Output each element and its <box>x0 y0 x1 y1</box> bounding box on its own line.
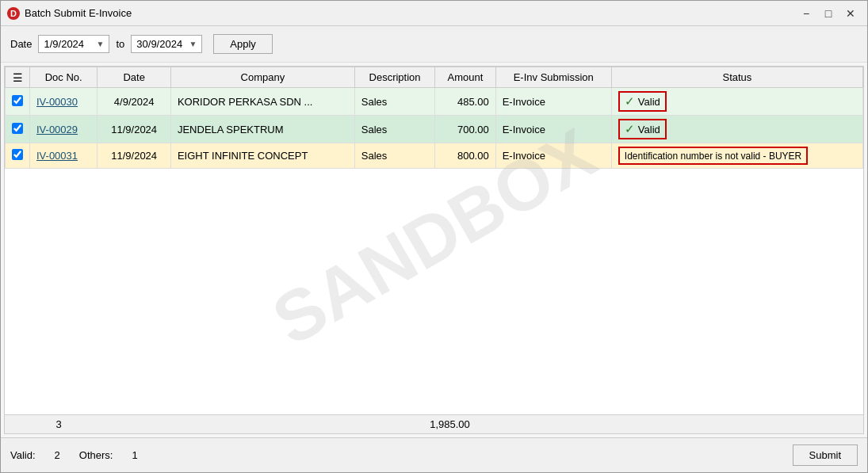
valid-check-icon: ✓ <box>625 94 635 109</box>
row-date: 4/9/2024 <box>98 88 171 116</box>
date-from-dropdown[interactable]: 1/9/2024 ▼ <box>38 35 109 53</box>
table-row: IV-0003111/9/2024EIGHT INFINITE CONCEPTS… <box>6 143 863 169</box>
status-valid-wrapper: ✓Valid <box>618 91 667 112</box>
row-description: Sales <box>354 143 434 169</box>
status-bar: Valid: 2 Others: 1 Submit <box>1 437 867 472</box>
row-checkbox[interactable] <box>12 95 23 106</box>
row-description: Sales <box>354 88 434 116</box>
valid-label: Valid: <box>10 449 36 461</box>
status-invalid-text: Identification number is not valid - BUY… <box>625 151 801 162</box>
status-text: Valid <box>638 124 660 135</box>
close-button[interactable]: ✕ <box>840 5 861 22</box>
col-company-header: Company <box>170 67 354 88</box>
col-amount-header: Amount <box>435 67 495 88</box>
main-content: ☰ Doc No. Date Company Description Amoun… <box>4 66 864 434</box>
row-doc-no: IV-00031 <box>30 143 98 169</box>
status-valid-wrapper: ✓Valid <box>618 119 667 139</box>
row-checkbox[interactable] <box>12 123 23 134</box>
minimize-button[interactable]: − <box>796 5 816 22</box>
others-count: 1 <box>132 449 137 461</box>
row-description: Sales <box>354 116 434 143</box>
table-row: IV-0002911/9/2024JENDELA SPEKTRUMSales70… <box>6 116 863 143</box>
submit-button[interactable]: Submit <box>793 444 858 466</box>
others-label: Others: <box>79 449 113 461</box>
status-text: Valid <box>638 96 660 108</box>
row-status: Identification number is not valid - BUY… <box>611 143 862 169</box>
row-company: JENDELA SPEKTRUM <box>170 116 354 143</box>
row-amount: 800.00 <box>435 143 495 169</box>
row-amount: 700.00 <box>435 116 495 143</box>
row-company: EIGHT INFINITE CONCEPT <box>170 143 354 169</box>
column-menu-icon[interactable]: ☰ <box>13 71 23 84</box>
row-company: KORIDOR PERKASA SDN ... <box>170 88 354 116</box>
row-status: ✓Valid <box>611 88 862 116</box>
row-amount: 485.00 <box>435 88 495 116</box>
row-einv-submission: E-Invoice <box>495 88 611 116</box>
row-checkbox-cell <box>6 116 30 143</box>
footer-amount: 1,985.00 <box>106 418 857 430</box>
col-status-header: Status <box>611 67 862 88</box>
row-checkbox-cell <box>6 143 30 169</box>
col-select-header: ☰ <box>6 67 30 88</box>
maximize-button[interactable]: □ <box>818 5 839 22</box>
footer-count: 3 <box>11 418 106 430</box>
date-to-label: to <box>116 38 124 50</box>
col-einv-submission-header: E-Inv Submission <box>495 67 611 88</box>
row-doc-no: IV-00029 <box>30 116 98 143</box>
row-checkbox-cell <box>6 88 30 116</box>
row-einv-submission: E-Invoice <box>495 143 611 169</box>
row-doc-no: IV-00030 <box>30 88 98 116</box>
toolbar: Date 1/9/2024 ▼ to 30/9/2024 ▼ Apply <box>1 26 867 63</box>
date-to-dropdown[interactable]: 30/9/2024 ▼ <box>131 35 202 53</box>
status-invalid-wrapper: Identification number is not valid - BUY… <box>618 147 808 165</box>
apply-button[interactable]: Apply <box>213 34 273 54</box>
row-date: 11/9/2024 <box>98 143 171 169</box>
row-einv-submission: E-Invoice <box>495 116 611 143</box>
row-status: ✓Valid <box>611 116 862 143</box>
row-date: 11/9/2024 <box>98 116 171 143</box>
row-checkbox[interactable] <box>12 149 23 160</box>
col-description-header: Description <box>354 67 434 88</box>
date-label: Date <box>10 38 32 50</box>
table-footer: 3 1,985.00 <box>5 414 863 433</box>
data-table: ☰ Doc No. Date Company Description Amoun… <box>5 67 863 169</box>
table-row: IV-000304/9/2024KORIDOR PERKASA SDN ...S… <box>6 88 863 116</box>
valid-check-icon: ✓ <box>625 122 635 136</box>
window-controls: − □ ✕ <box>796 5 861 22</box>
title-bar: D Batch Submit E-Invoice − □ ✕ <box>1 1 867 26</box>
col-doc-no-header: Doc No. <box>30 67 98 88</box>
app-icon: D <box>7 7 20 20</box>
table-container: ☰ Doc No. Date Company Description Amoun… <box>5 67 863 414</box>
col-date-header: Date <box>98 67 171 88</box>
valid-count: 2 <box>55 449 60 461</box>
window-title: Batch Submit E-Invoice <box>25 7 796 19</box>
